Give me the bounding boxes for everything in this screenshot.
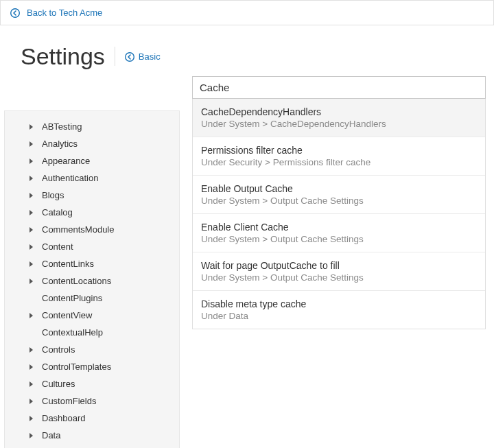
back-link[interactable]: Back to Tech Acme	[10, 8, 102, 18]
svg-point-1	[126, 52, 134, 61]
search-result-title: Disable meta type cache	[201, 298, 477, 309]
sidebar-item-label: Catalog	[30, 207, 73, 217]
page-title: Settings	[21, 45, 105, 68]
sidebar-item[interactable]: ContentLocations	[5, 272, 179, 290]
sidebar: ABTestingAnalyticsAppearanceAuthenticati…	[4, 110, 180, 448]
sidebar-item-label: Authentication	[30, 173, 98, 183]
sidebar-item[interactable]: Blogs	[5, 187, 179, 204]
search-result-path: Under System > Output Cache Settings	[201, 196, 477, 206]
sidebar-item-label: CommentsModule	[30, 224, 115, 235]
basic-link[interactable]: Basic	[115, 47, 161, 66]
caret-right-icon	[30, 364, 33, 370]
sidebar-item-label: Controls	[30, 344, 75, 355]
search-result-path: Under Data	[201, 311, 477, 321]
search-result-title: Enable Client Cache	[201, 222, 477, 233]
sidebar-item[interactable]: Dashboard	[5, 410, 179, 427]
sidebar-item[interactable]: CommentsModule	[5, 221, 179, 238]
caret-right-icon	[30, 381, 33, 387]
sidebar-item-label: ContentLinks	[30, 259, 94, 269]
search-input[interactable]	[193, 77, 485, 98]
sidebar-item[interactable]: Analytics	[5, 135, 179, 152]
sidebar-item-label: ContextualHelp	[30, 327, 103, 338]
arrow-left-circle-icon	[125, 52, 134, 62]
sidebar-item[interactable]: Controls	[5, 341, 179, 358]
search-result-path: Under Security > Permissions filter cach…	[201, 157, 477, 167]
caret-right-icon	[30, 279, 33, 284]
sidebar-item[interactable]: ControlTemplates	[5, 358, 179, 375]
caret-right-icon	[30, 261, 33, 267]
sidebar-item-label: ABTesting	[30, 121, 82, 132]
search-result-title: CacheDependencyHandlers	[201, 106, 477, 117]
sidebar-item[interactable]: ContextualHelp	[5, 324, 179, 341]
caret-right-icon	[30, 433, 33, 438]
caret-right-icon	[30, 124, 33, 130]
caret-right-icon	[30, 158, 33, 164]
sidebar-item[interactable]: Content	[5, 238, 179, 255]
main-area: ABTestingAnalyticsAppearanceAuthenticati…	[0, 76, 494, 448]
sidebar-item-label: Content	[30, 241, 73, 252]
arrow-left-circle-icon	[10, 8, 20, 18]
search-result-path: Under System > CacheDependencyHandlers	[201, 119, 477, 129]
back-link-label: Back to Tech Acme	[27, 8, 102, 18]
caret-right-icon	[30, 399, 33, 404]
sidebar-item[interactable]: ContentView	[5, 307, 179, 324]
sidebar-item-label: Data	[30, 430, 60, 440]
search-results: CacheDependencyHandlersUnder System > Ca…	[192, 99, 486, 329]
sidebar-item-label: ControlTemplates	[30, 362, 111, 372]
sidebar-item-label: ContentView	[30, 310, 92, 320]
sidebar-item[interactable]: CustomFields	[5, 392, 179, 410]
sidebar-item-label: ContentLocations	[30, 276, 111, 286]
header-row: Settings Basic	[0, 25, 494, 76]
sidebar-item[interactable]: Data	[5, 427, 179, 444]
search-result-title: Wait for page OutputCache to fill	[201, 260, 477, 271]
caret-right-icon	[30, 416, 33, 421]
caret-right-icon	[30, 210, 33, 215]
search-result-item[interactable]: Enable Output CacheUnder System > Output…	[193, 176, 485, 214]
sidebar-item-label: Analytics	[30, 139, 78, 149]
search-result-item[interactable]: Wait for page OutputCache to fillUnder S…	[193, 252, 485, 291]
top-bar: Back to Tech Acme	[0, 0, 494, 25]
caret-right-icon	[30, 244, 33, 250]
caret-right-icon	[30, 176, 33, 181]
search-result-item[interactable]: Permissions filter cacheUnder Security >…	[193, 137, 485, 176]
caret-right-icon	[30, 141, 33, 147]
sidebar-item-label: Blogs	[30, 190, 64, 200]
search-result-title: Permissions filter cache	[201, 145, 477, 156]
caret-right-icon	[30, 193, 33, 198]
sidebar-item-label: CustomFields	[30, 396, 96, 406]
sidebar-item[interactable]: Authentication	[5, 169, 179, 187]
sidebar-item[interactable]: ContentPlugins	[5, 290, 179, 307]
caret-right-icon	[30, 313, 33, 318]
search-result-title: Enable Output Cache	[201, 183, 477, 194]
sidebar-item[interactable]: Appearance	[5, 152, 179, 169]
sidebar-item[interactable]: Catalog	[5, 204, 179, 221]
search-result-item[interactable]: Enable Client CacheUnder System > Output…	[193, 214, 485, 252]
sidebar-item[interactable]: ABTesting	[5, 118, 179, 135]
caret-right-icon	[30, 227, 33, 233]
sidebar-item-label: Dashboard	[30, 413, 86, 423]
sidebar-item-label: ContentPlugins	[30, 293, 102, 303]
sidebar-item-label: Cultures	[30, 379, 75, 389]
search-box	[192, 76, 486, 99]
search-result-path: Under System > Output Cache Settings	[201, 272, 477, 283]
search-result-path: Under System > Output Cache Settings	[201, 234, 477, 244]
right-column: CacheDependencyHandlersUnder System > Ca…	[192, 76, 494, 329]
basic-link-label: Basic	[139, 51, 161, 62]
sidebar-item[interactable]: ContentLinks	[5, 255, 179, 272]
caret-right-icon	[30, 347, 33, 353]
sidebar-item-label: Appearance	[30, 156, 90, 166]
svg-point-0	[11, 8, 20, 17]
sidebar-item[interactable]: Cultures	[5, 375, 179, 392]
search-result-item[interactable]: Disable meta type cacheUnder Data	[193, 291, 485, 329]
search-result-item[interactable]: CacheDependencyHandlersUnder System > Ca…	[193, 99, 485, 137]
